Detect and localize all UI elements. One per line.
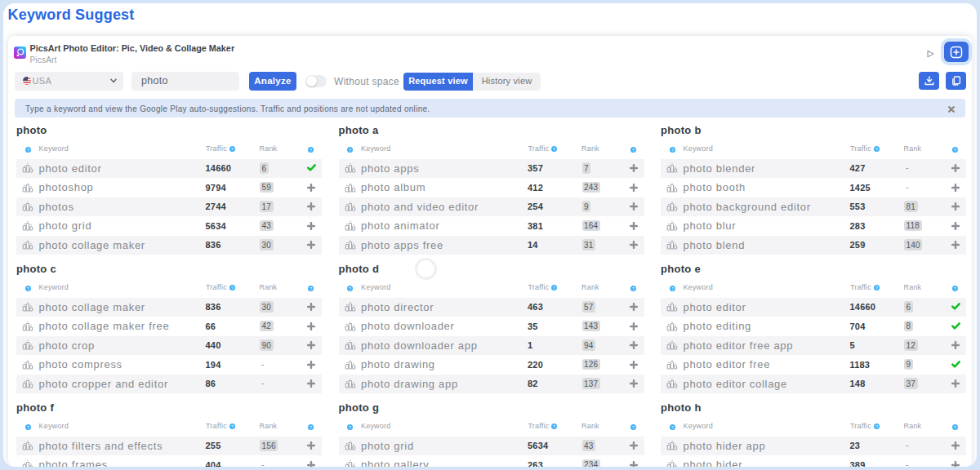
svg-text:?: ? [632, 286, 635, 291]
svg-text:?: ? [954, 148, 956, 153]
svg-text:?: ? [231, 146, 234, 151]
svg-text:?: ? [553, 146, 555, 151]
svg-text:?: ? [875, 285, 878, 290]
svg-text:?: ? [231, 285, 234, 290]
svg-text:?: ? [671, 425, 674, 430]
svg-text:?: ? [310, 286, 312, 291]
svg-text:?: ? [349, 425, 351, 430]
svg-text:?: ? [632, 148, 635, 153]
svg-text:?: ? [553, 423, 555, 428]
svg-text:?: ? [349, 286, 351, 291]
svg-text:?: ? [349, 148, 351, 153]
svg-text:?: ? [632, 425, 635, 430]
svg-text:?: ? [27, 148, 29, 153]
svg-text:?: ? [954, 286, 956, 291]
svg-text:?: ? [27, 425, 29, 430]
svg-text:?: ? [671, 286, 674, 291]
svg-text:?: ? [553, 285, 555, 290]
svg-text:?: ? [875, 423, 878, 428]
svg-text:?: ? [671, 148, 674, 153]
svg-text:?: ? [310, 148, 312, 153]
svg-text:?: ? [27, 286, 29, 291]
svg-text:?: ? [231, 423, 234, 428]
svg-text:?: ? [954, 425, 956, 430]
svg-text:?: ? [310, 425, 312, 430]
svg-text:?: ? [875, 146, 878, 151]
